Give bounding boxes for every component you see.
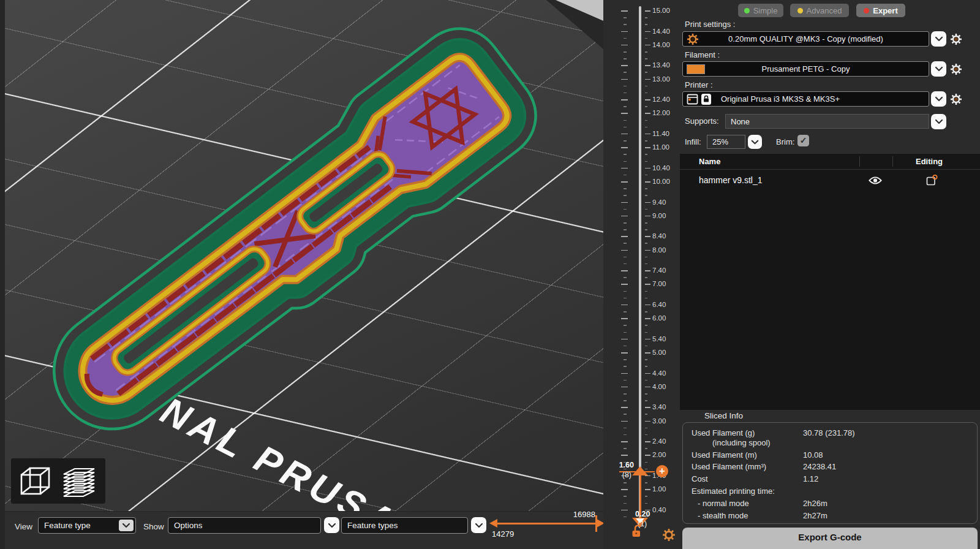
supports-label: Supports: — [685, 116, 719, 126]
preview-3d-viewport[interactable]: GINAL PRUSA — [0, 0, 603, 549]
edit-object-icon[interactable] — [926, 175, 938, 186]
show-select[interactable]: Options — [168, 517, 321, 534]
legend-select[interactable]: Feature types — [341, 517, 468, 534]
layers-icon — [60, 462, 98, 500]
mode-advanced-button[interactable]: Advanced — [790, 4, 849, 17]
mode-simple-button[interactable]: Simple — [738, 4, 783, 17]
edit-print-settings-gear-icon[interactable] — [950, 33, 962, 45]
simple-mode-dot — [744, 8, 750, 13]
filament-select[interactable]: Prusament PETG - Copy — [682, 61, 929, 77]
lock-icon — [703, 95, 710, 103]
view-mode-thumbnails — [11, 458, 105, 504]
move-slider-max-label: 16988 — [544, 510, 595, 519]
upper-layer-height-value: 1.60 — [607, 461, 634, 469]
filament-dropdown-button[interactable] — [931, 61, 946, 77]
brim-checkbox[interactable] — [797, 135, 809, 146]
layer-slider-gutter: 15.0014.4014.0013.4013.0012.4012.0011.40… — [603, 0, 680, 549]
unlock-icon[interactable] — [631, 524, 644, 538]
chevron-down-icon — [933, 116, 944, 127]
show-select-button[interactable] — [324, 517, 339, 533]
expert-mode-dot — [864, 8, 869, 13]
infill-label: Infill: — [685, 137, 701, 146]
column-editing-header: Editing — [916, 157, 943, 166]
view-label: View — [15, 522, 32, 531]
visibility-eye-icon[interactable] — [869, 176, 882, 185]
object-name: hammer v9.stl_1 — [699, 175, 762, 185]
editor-view-button[interactable] — [16, 462, 54, 500]
chevron-down-icon — [473, 520, 484, 531]
lower-layer-height-value: 0.20 — [635, 510, 662, 518]
chevron-down-icon — [119, 520, 134, 531]
infill-value-field[interactable]: 25% — [707, 135, 745, 149]
filament-color-swatch — [687, 64, 705, 74]
infill-dropdown-button[interactable] — [748, 135, 762, 149]
supports-select[interactable]: None — [725, 114, 929, 129]
preview-toolbar: View Feature type Show Options Feature t… — [5, 511, 603, 549]
sliced-info-row: - stealth mode2h27m — [692, 510, 977, 522]
chevron-down-icon — [750, 137, 760, 147]
add-color-change-button[interactable]: + — [656, 465, 668, 477]
chevron-down-icon — [933, 94, 944, 104]
printer-icon — [687, 94, 698, 105]
object-list: Name Editing hammer v9.stl_1 — [680, 154, 980, 410]
legend-settings-gear-icon[interactable] — [662, 528, 676, 542]
edit-printer-gear-icon[interactable] — [950, 93, 962, 105]
export-gcode-button[interactable]: Export G-code — [682, 528, 978, 549]
sliced-info-row: Used Filament (mm³)24238.41 — [692, 461, 977, 473]
print-settings-icon — [687, 33, 699, 45]
upper-layer-number: (8) — [607, 471, 631, 479]
printer-dropdown-button[interactable] — [931, 91, 946, 107]
sliced-info-box: Used Filament (g)(including spool)30.78 … — [682, 422, 978, 524]
preview-view-button[interactable] — [60, 462, 98, 500]
move-slider-track[interactable] — [496, 523, 597, 524]
object-list-row[interactable]: hammer v9.stl_1 — [680, 170, 980, 192]
chevron-down-icon — [933, 34, 944, 44]
legend-select-button[interactable] — [471, 517, 486, 533]
layer-slider-track[interactable] — [639, 6, 641, 527]
advanced-mode-dot — [797, 8, 803, 13]
show-label: Show — [143, 522, 164, 531]
mode-expert-button[interactable]: Expert — [856, 4, 905, 17]
chevron-down-icon — [326, 520, 337, 531]
edit-filament-gear-icon[interactable] — [950, 63, 962, 75]
filament-label: Filament : — [685, 50, 720, 59]
print-settings-label: Print settings : — [685, 20, 735, 29]
brim-label: Brim: — [776, 137, 794, 146]
column-name-header: Name — [699, 157, 720, 166]
print-settings-select[interactable]: 0.20mm QUALITY @MK3 - Copy (modified) — [682, 31, 929, 47]
chevron-down-icon — [933, 64, 944, 74]
move-slider-right-arrow[interactable] — [597, 519, 603, 528]
sliced-info-row: Estimated printing time: — [692, 485, 977, 498]
right-settings-panel: Simple Advanced Expert Print settings : … — [680, 0, 980, 549]
locked-preset-badge — [701, 94, 711, 105]
sliced-info-row: - normal mode2h26m — [692, 498, 977, 510]
supports-dropdown-button[interactable] — [931, 114, 946, 129]
move-slider-current-label: 14279 — [492, 529, 514, 539]
view-select[interactable]: Feature type — [38, 517, 136, 534]
sliced-info-row: Used Filament (m)10.08 — [692, 449, 977, 461]
printer-select[interactable]: Original Prusa i3 MK3S & MK3S+ — [682, 91, 929, 107]
sliced-info-row: Cost1.12 — [692, 473, 977, 485]
sliced-info-title: Sliced Info — [704, 411, 743, 420]
layer-slider-upper-handle[interactable] — [632, 466, 648, 475]
print-settings-dropdown-button[interactable] — [931, 31, 946, 47]
object-list-header: Name Editing — [680, 154, 980, 170]
cube-icon — [16, 462, 54, 500]
sliced-info-row: Used Filament (g)(including spool)30.78 … — [692, 427, 977, 449]
printer-label: Printer : — [685, 80, 713, 89]
